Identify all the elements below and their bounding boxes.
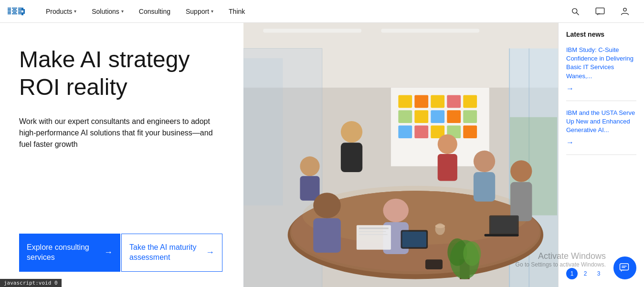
page-3-button[interactable]: 3: [593, 268, 604, 279]
hero-description: Work with our expert consultants and eng…: [19, 116, 224, 150]
nav-consulting[interactable]: Consulting: [131, 0, 178, 23]
svg-point-62: [313, 193, 341, 218]
nav-products[interactable]: Products ▾: [38, 0, 84, 23]
svg-rect-9: [12, 13, 17, 14]
chevron-down-icon: ▾: [121, 9, 124, 14]
svg-point-56: [438, 134, 457, 154]
arrow-right-icon: →: [206, 247, 214, 258]
svg-rect-76: [359, 234, 388, 235]
svg-rect-12: [18, 10, 21, 11]
hero-section: Make AI strategy ROI reality Work with o…: [19, 46, 224, 165]
svg-rect-75: [359, 231, 386, 232]
windows-watermark: Activate Windows Go to Settings to activ…: [516, 251, 606, 268]
chat-widget-button[interactable]: [613, 256, 636, 279]
main-content: Make AI strategy ROI reality Work with o…: [0, 23, 644, 287]
nav-support[interactable]: Support ▾: [178, 0, 221, 23]
svg-rect-4: [8, 13, 11, 14]
svg-line-19: [577, 12, 579, 15]
maturity-assessment-button[interactable]: Take the AI maturity assessment →: [121, 234, 222, 272]
svg-rect-74: [359, 227, 389, 229]
arrow-right-icon: →: [104, 247, 113, 258]
chevron-down-icon: ▾: [211, 9, 213, 14]
svg-rect-53: [341, 143, 362, 172]
chat-button[interactable]: [589, 0, 612, 23]
status-bar: javascript:void 0: [0, 279, 62, 287]
right-panel: Latest news IBM Study: C-Suite Confidenc…: [558, 23, 644, 287]
search-button[interactable]: [564, 0, 587, 23]
nav-solutions[interactable]: Solutions ▾: [84, 0, 131, 23]
svg-rect-15: [21, 8, 23, 10]
chat-icon: [595, 7, 605, 16]
navbar: Products ▾ Solutions ▾ Consulting Suppor…: [0, 0, 644, 23]
chat-bubble-icon: [619, 262, 631, 274]
svg-rect-13: [18, 12, 21, 13]
svg-rect-34: [398, 110, 412, 123]
svg-point-54: [300, 156, 319, 176]
svg-rect-40: [414, 125, 428, 138]
svg-rect-10: [18, 8, 21, 9]
ibm-logo[interactable]: [8, 8, 27, 15]
news-link-2[interactable]: IBM and the USTA Serve Up New and Enhanc…: [566, 109, 636, 135]
meeting-scene: [243, 23, 558, 287]
svg-point-21: [623, 8, 626, 11]
nav-actions: [564, 0, 636, 23]
svg-rect-63: [313, 218, 341, 253]
arrow-right-icon[interactable]: →: [566, 84, 574, 93]
svg-rect-35: [414, 110, 428, 123]
news-link-1[interactable]: IBM Study: C-Suite Confidence in Deliver…: [566, 46, 636, 81]
search-icon: [570, 7, 580, 16]
svg-rect-14: [18, 13, 21, 14]
svg-rect-43: [463, 125, 477, 138]
chevron-down-icon: ▾: [74, 9, 76, 14]
svg-rect-24: [381, 29, 479, 32]
svg-rect-59: [474, 172, 495, 202]
svg-rect-17: [23, 9, 25, 14]
svg-point-64: [383, 199, 409, 222]
svg-rect-32: [447, 95, 461, 108]
user-icon: [620, 7, 630, 16]
svg-rect-20: [596, 8, 604, 14]
svg-point-69: [463, 241, 481, 266]
svg-point-18: [572, 8, 577, 13]
svg-rect-72: [485, 234, 519, 236]
page-2-button[interactable]: 2: [580, 268, 591, 279]
arrow-right-icon[interactable]: →: [566, 138, 574, 147]
svg-rect-16: [21, 12, 23, 15]
news-item-2: IBM and the USTA Serve Up New and Enhanc…: [566, 109, 636, 155]
svg-rect-82: [620, 264, 629, 270]
svg-rect-55: [300, 176, 319, 200]
svg-rect-2: [8, 10, 11, 11]
left-panel: Make AI strategy ROI reality Work with o…: [0, 23, 243, 287]
svg-rect-7: [12, 10, 17, 11]
nav-links: Products ▾ Solutions ▾ Consulting Suppor…: [38, 0, 564, 23]
svg-rect-38: [463, 110, 477, 123]
svg-point-60: [510, 160, 532, 182]
svg-rect-8: [13, 12, 16, 13]
hero-title: Make AI strategy ROI reality: [19, 46, 224, 101]
user-button[interactable]: [613, 0, 636, 23]
page-1-button[interactable]: 1: [566, 268, 578, 279]
svg-rect-36: [431, 110, 444, 123]
hero-buttons: Explore consulting services → Take the A…: [19, 234, 224, 272]
svg-point-52: [341, 121, 362, 143]
latest-news-heading: Latest news: [566, 31, 636, 38]
svg-rect-1: [8, 9, 11, 10]
svg-rect-27: [243, 58, 283, 205]
nav-think[interactable]: Think: [221, 0, 253, 23]
svg-rect-37: [447, 110, 461, 123]
svg-rect-81: [425, 259, 443, 269]
svg-point-80: [435, 224, 445, 228]
svg-rect-23: [263, 29, 361, 32]
svg-rect-33: [463, 95, 477, 108]
svg-point-58: [474, 151, 495, 172]
svg-rect-0: [8, 8, 11, 9]
svg-rect-11: [18, 9, 21, 10]
svg-rect-39: [398, 125, 412, 138]
svg-rect-57: [438, 154, 457, 181]
svg-rect-78: [402, 232, 426, 247]
svg-rect-3: [8, 12, 11, 13]
svg-rect-29: [398, 95, 412, 108]
svg-rect-30: [414, 95, 428, 108]
svg-rect-6: [13, 9, 16, 10]
explore-consulting-button[interactable]: Explore consulting services →: [19, 234, 120, 272]
